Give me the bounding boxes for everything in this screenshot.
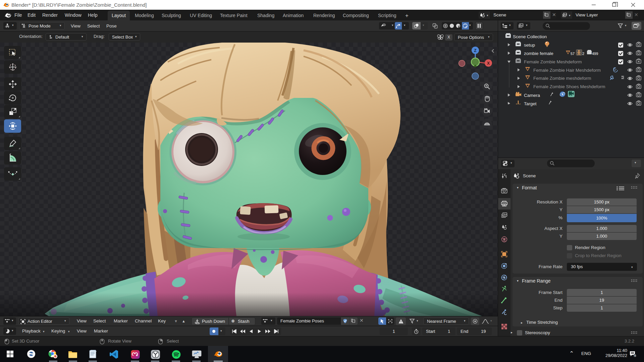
svg-text:4: 4 <box>634 354 636 357</box>
svg-text:57: 57 <box>571 52 575 56</box>
svg-text:X: X <box>487 61 490 66</box>
svg-text:499: 499 <box>592 52 598 56</box>
svg-text:2: 2 <box>582 52 584 56</box>
svg-text:Z: Z <box>474 48 476 53</box>
